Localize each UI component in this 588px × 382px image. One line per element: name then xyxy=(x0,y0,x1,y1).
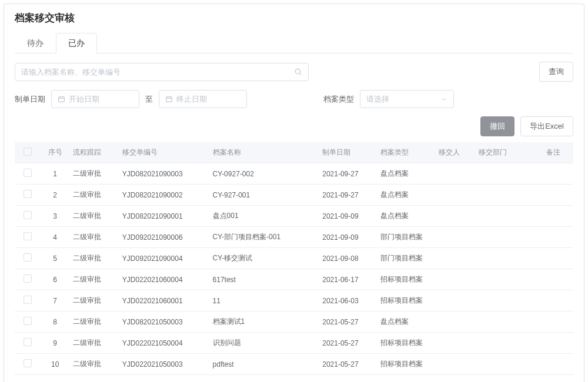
date-to-label: 至 xyxy=(145,94,153,105)
row-checkbox[interactable] xyxy=(24,296,32,304)
table-row[interactable]: 1 二级审批 YJD082021090003 CY-0927-002 2021-… xyxy=(15,163,573,185)
table-row[interactable]: 2 二级审批 YJD082021090002 CY-927-001 2021-0… xyxy=(15,185,573,206)
cell-person xyxy=(435,248,475,269)
cell-seq: 6 xyxy=(41,269,69,290)
cell-type: 盘点档案 xyxy=(377,311,435,333)
row-checkbox[interactable] xyxy=(24,190,32,198)
type-filter-label: 档案类型 xyxy=(323,94,354,105)
cell-flow: 二级审批 xyxy=(69,333,118,354)
select-all-checkbox[interactable] xyxy=(24,148,32,156)
cell-type: 盘点档案 xyxy=(377,185,435,206)
cell-date: 2021-09-09 xyxy=(319,227,377,248)
cell-date: 2021-05-27 xyxy=(319,354,377,375)
table-row[interactable]: 10 二级审批 YJD022021050003 pdftest 2021-05-… xyxy=(15,354,573,375)
tab-pending[interactable]: 待办 xyxy=(15,33,56,53)
cell-type: 盘点档案 xyxy=(377,206,435,227)
table-row[interactable]: 8 二级审批 YJD082021050003 档案测试1 2021-05-27 … xyxy=(15,311,573,333)
table-row[interactable]: 5 二级审批 YJD092021090004 CY-移交测试 2021-09-0… xyxy=(15,248,573,269)
row-checkbox[interactable] xyxy=(24,338,32,346)
action-row: 撤回 导出Excel xyxy=(15,116,573,136)
data-table: 序号 流程跟踪 移交单编号 档案名称 制单日期 档案类型 移交人 移交部门 备注… xyxy=(15,142,573,375)
cell-code: YJD082021050003 xyxy=(119,311,209,333)
tab-done[interactable]: 已办 xyxy=(56,33,97,53)
cell-type: 部门项目档案 xyxy=(377,248,435,269)
table-body: 1 二级审批 YJD082021090003 CY-0927-002 2021-… xyxy=(15,163,573,375)
end-date-wrapper xyxy=(159,90,247,108)
type-select-wrapper[interactable] xyxy=(360,90,454,108)
cell-dept xyxy=(475,206,533,227)
cell-code: YJD022021060001 xyxy=(119,290,209,311)
cell-name: CY-移交测试 xyxy=(209,248,319,269)
cell-name: 识别问题 xyxy=(209,333,319,354)
cell-seq: 7 xyxy=(41,290,69,311)
type-select-input[interactable] xyxy=(366,95,465,103)
table-row[interactable]: 4 二级审批 YJD092021090006 CY-部门项目档案-001 202… xyxy=(15,227,573,248)
cell-code: YJD022021060004 xyxy=(119,269,209,290)
svg-line-1 xyxy=(299,73,301,75)
cell-dept xyxy=(475,248,533,269)
table-row[interactable]: 7 二级审批 YJD022021060001 11 2021-06-03 招标项… xyxy=(15,290,573,311)
cell-name: CY-部门项目档案-001 xyxy=(209,227,319,248)
row-checkbox[interactable] xyxy=(24,211,32,219)
cell-flow: 二级审批 xyxy=(69,206,118,227)
col-remark: 备注 xyxy=(533,142,573,163)
svg-rect-6 xyxy=(166,97,172,102)
row-checkbox[interactable] xyxy=(24,169,32,177)
cell-dept xyxy=(475,185,533,206)
svg-point-0 xyxy=(295,69,300,73)
cell-date: 2021-09-27 xyxy=(319,185,377,206)
end-date-input[interactable] xyxy=(176,95,275,103)
cell-name: CY-0927-002 xyxy=(209,163,319,185)
cell-dept xyxy=(475,269,533,290)
col-dept: 移交部门 xyxy=(475,142,533,163)
cell-code: YJD082021090003 xyxy=(119,163,209,185)
cell-person xyxy=(435,206,475,227)
row-checkbox[interactable] xyxy=(24,253,32,262)
search-input[interactable] xyxy=(21,68,302,76)
cell-person xyxy=(435,354,475,375)
cell-type: 招标项目档案 xyxy=(377,290,435,311)
cell-date: 2021-09-27 xyxy=(319,163,377,185)
cell-seq: 9 xyxy=(41,333,69,354)
revoke-button[interactable]: 撤回 xyxy=(480,116,514,136)
cell-remark xyxy=(533,206,573,227)
cell-seq: 2 xyxy=(41,185,69,206)
archive-transfer-review-page: 档案移交审核 待办 已办 查询 制单日期 至 档案类型 xyxy=(4,4,584,382)
cell-type: 盘点档案 xyxy=(377,163,435,185)
row-checkbox[interactable] xyxy=(24,274,32,283)
row-checkbox[interactable] xyxy=(24,232,32,240)
cell-code: YJD082021090001 xyxy=(119,206,209,227)
cell-person xyxy=(435,333,475,354)
cell-flow: 二级审批 xyxy=(69,248,118,269)
cell-person xyxy=(435,227,475,248)
cell-date: 2021-09-09 xyxy=(319,206,377,227)
cell-seq: 10 xyxy=(41,354,69,375)
row-checkbox[interactable] xyxy=(24,317,32,325)
cell-flow: 二级审批 xyxy=(69,269,118,290)
calendar-icon xyxy=(165,95,173,103)
export-excel-button[interactable]: 导出Excel xyxy=(520,116,573,136)
cell-seq: 1 xyxy=(41,163,69,185)
row-checkbox[interactable] xyxy=(24,359,32,367)
cell-flow: 二级审批 xyxy=(69,311,118,333)
cell-person xyxy=(435,185,475,206)
table-row[interactable]: 3 二级审批 YJD082021090001 盘点001 2021-09-09 … xyxy=(15,206,573,227)
start-date-wrapper xyxy=(51,90,139,108)
cell-code: YJD022021050003 xyxy=(119,354,209,375)
calendar-icon xyxy=(58,95,65,103)
cell-name: 11 xyxy=(209,290,319,311)
table-row[interactable]: 6 二级审批 YJD022021060004 617test 2021-06-1… xyxy=(15,269,573,290)
cell-flow: 二级审批 xyxy=(69,354,118,375)
search-input-wrapper xyxy=(15,63,309,81)
cell-code: YJD022021050004 xyxy=(119,333,209,354)
cell-remark xyxy=(533,290,573,311)
search-row: 查询 xyxy=(15,62,573,82)
table-row[interactable]: 9 二级审批 YJD022021050004 识别问题 2021-05-27 招… xyxy=(15,333,573,354)
cell-type: 部门项目档案 xyxy=(377,227,435,248)
cell-person xyxy=(435,269,475,290)
search-icon xyxy=(294,68,302,76)
query-button[interactable]: 查询 xyxy=(539,62,573,82)
cell-name: CY-927-001 xyxy=(209,185,319,206)
cell-person xyxy=(435,311,475,333)
cell-code: YJD092021090006 xyxy=(119,227,209,248)
